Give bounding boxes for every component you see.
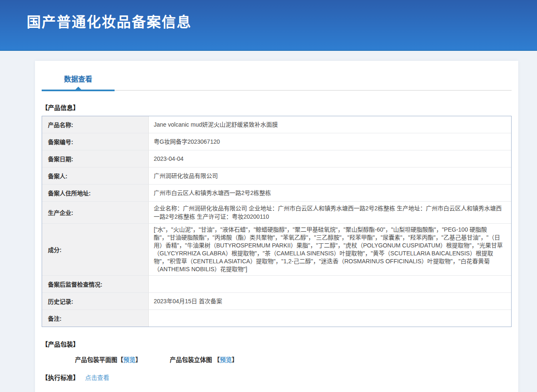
row-value: 广州润研化妆品有限公司 [149, 167, 511, 184]
table-row-ingredients: 成分: ["水"，"火山泥"，"甘油"，"液体石蜡"，"鲸蜡硬脂醇"，"聚二甲基… [42, 224, 511, 276]
page-header: 国产普通化妆品备案信息 [0, 0, 537, 51]
table-row-registration-date: 备案日期: 2023-04-04 [42, 150, 511, 167]
product-info-table: 产品名称: Jane volcanic mud妍泥火山泥舒缓紧致补水面膜 备案编… [42, 116, 512, 327]
row-value: 2023-04-04 [149, 150, 511, 167]
row-value [149, 276, 511, 292]
table-row-remarks: 备注: [42, 310, 511, 327]
row-value: 广州市白云区人和镇秀水塘西一路2号2栋整栋 [149, 185, 511, 201]
tab-active-indicator [42, 90, 115, 91]
row-value: 粤G妆网备字2023067120 [149, 133, 511, 150]
execution-standard-row: 【执行标准】 点击查看 [42, 373, 512, 382]
section-product-info-title: 【产品信息】 [42, 103, 512, 112]
table-row-registrant-address: 备案人住所地址: 广州市白云区人和镇秀水塘西一路2号2栋整栋 [42, 185, 511, 202]
packaging-flat-item: 产品包装平面图【预览】 [75, 357, 142, 363]
row-label: 备案后监督检查情况: [42, 276, 149, 292]
packaging-links-row: 产品包装平面图【预览】 产品包装立体图 【预览】 [75, 355, 512, 364]
row-value: 企业名称：广州润研化妆品有限公司 企业地址：广州市白云区人和镇秀水塘西一路2号2… [149, 202, 511, 223]
packaging-stereo-item: 产品包装立体图 【预览】 [170, 357, 238, 363]
table-row-registrant: 备案人: 广州润研化妆品有限公司 [42, 167, 511, 185]
bracket-open: 【 [214, 357, 220, 363]
row-label: 历史记录: [42, 293, 149, 310]
row-label: 备案人: [42, 167, 149, 184]
row-label: 备案编号: [42, 133, 149, 150]
bracket-open: 【 [117, 357, 124, 363]
row-value: Jane volcanic mud妍泥火山泥舒缓紧致补水面膜 [149, 116, 511, 133]
row-value: ["水"，"火山泥"，"甘油"，"液体石蜡"，"鲸蜡硬脂醇"，"聚二甲基硅氧烷"… [149, 224, 511, 275]
row-label: 产品名称: [42, 116, 149, 133]
tab-underline [42, 90, 512, 91]
page-title: 国产普通化妆品备案信息 [0, 0, 537, 31]
row-value: 2023年04月15日 首次备案 [149, 293, 511, 310]
execution-standard-label: 【执行标准】 [42, 374, 79, 381]
bracket-close: 】 [135, 357, 142, 363]
packaging-stereo-label: 产品包装立体图 [170, 357, 212, 363]
row-label: 备案日期: [42, 150, 149, 167]
packaging-flat-preview-link[interactable]: 预览 [123, 357, 135, 363]
execution-standard-view-link[interactable]: 点击查看 [85, 375, 109, 381]
row-label: 生产企业: [42, 202, 149, 223]
tab-bar: 数据查看 [35, 61, 518, 91]
content-card: 数据查看 【产品信息】 产品名称: Jane volcanic mud妍泥火山泥… [35, 61, 518, 392]
table-row-history: 历史记录: 2023年04月15日 首次备案 [42, 293, 511, 310]
row-value [149, 310, 511, 327]
row-label: 备案人住所地址: [42, 185, 149, 201]
packaging-flat-label: 产品包装平面图 [75, 357, 117, 363]
table-row-supervision: 备案后监督检查情况: [42, 276, 511, 293]
row-label: 成分: [42, 224, 149, 275]
table-row-registration-number: 备案编号: 粤G妆网备字2023067120 [42, 133, 511, 150]
table-row-product-name: 产品名称: Jane volcanic mud妍泥火山泥舒缓紧致补水面膜 [42, 116, 511, 133]
bracket-close: 】 [232, 357, 238, 363]
tab-divider [115, 90, 512, 91]
row-label: 备注: [42, 310, 149, 327]
section-packaging-title: 【产品包装】 [42, 340, 512, 348]
tab-caret-icon [75, 87, 81, 90]
table-row-manufacturer: 生产企业: 企业名称：广州润研化妆品有限公司 企业地址：广州市白云区人和镇秀水塘… [42, 202, 511, 224]
packaging-stereo-preview-link[interactable]: 预览 [220, 357, 232, 363]
